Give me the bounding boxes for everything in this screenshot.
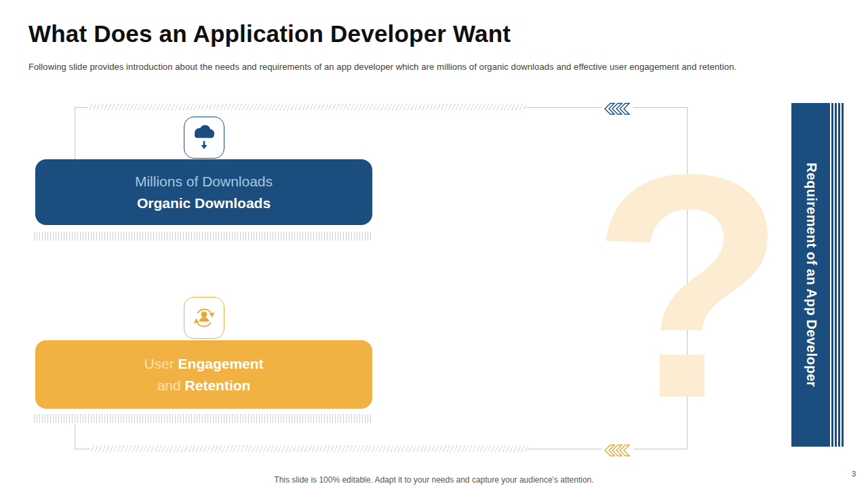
page-title: What Does an Application Developer Want bbox=[28, 20, 511, 47]
footer-note: This slide is 100% editable. Adapt it to… bbox=[0, 475, 868, 485]
page-number: 3 bbox=[852, 470, 856, 478]
engagement-box: UserEngagement andRetention bbox=[35, 340, 372, 409]
engagement-line1-light: User bbox=[144, 356, 174, 371]
chevrons-left-icon bbox=[602, 443, 633, 458]
side-banner: Requirement of an App Developer bbox=[791, 103, 845, 447]
engagement-line2: andRetention bbox=[157, 375, 251, 396]
connector-top-hatch bbox=[88, 104, 526, 110]
downloads-line1: Millions of Downloads bbox=[135, 171, 273, 192]
chevrons-left-icon bbox=[602, 102, 633, 116]
page-subtitle: Following slide provides introduction ab… bbox=[28, 62, 736, 72]
engagement-line2-light: and bbox=[157, 378, 181, 393]
engagement-line2-bold: Retention bbox=[185, 378, 251, 393]
engagement-box-shadow bbox=[34, 414, 372, 423]
engagement-line1: UserEngagement bbox=[144, 353, 263, 375]
downloads-box-shadow bbox=[34, 232, 372, 241]
user-retention-icon bbox=[184, 297, 224, 339]
connector-bottom-left-stub bbox=[75, 424, 75, 449]
downloads-box: Millions of Downloads Organic Downloads bbox=[35, 159, 372, 225]
question-mark-graphic: ? bbox=[591, 127, 778, 446]
downloads-line2: Organic Downloads bbox=[137, 192, 271, 214]
cloud-download-icon bbox=[184, 117, 224, 159]
banner-label: Requirement of an App Developer bbox=[804, 163, 819, 387]
banner-pinstripes bbox=[828, 103, 845, 447]
connector-top-left-stub bbox=[75, 107, 75, 160]
connector-bottom-hatch bbox=[90, 445, 528, 452]
engagement-line1-bold: Engagement bbox=[178, 356, 264, 371]
